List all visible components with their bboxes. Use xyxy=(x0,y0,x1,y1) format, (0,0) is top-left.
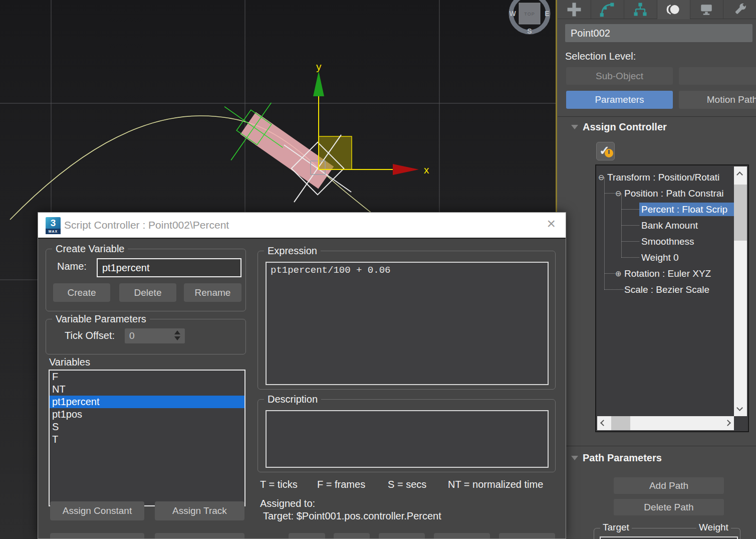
viewcube[interactable]: TOP W E S xyxy=(509,0,549,35)
legend-normalized-time: NT = normalized time xyxy=(448,479,543,490)
tree-item[interactable]: ⊕Rotation : Euler XYZ xyxy=(596,267,734,280)
viewcube-west-label[interactable]: W xyxy=(509,10,516,18)
tree-item-label[interactable]: Scale : Bezier Scale xyxy=(622,283,711,296)
rollout-collapse-icon[interactable] xyxy=(571,125,578,129)
scroll-down-icon[interactable] xyxy=(736,405,743,411)
expand-icon[interactable]: ⊕ xyxy=(615,267,622,280)
close-button[interactable]: Close xyxy=(499,533,555,539)
variable-item-F[interactable]: F xyxy=(50,371,244,383)
path-parameters-rollout-title[interactable]: Path Parameters xyxy=(583,452,662,464)
tree-item[interactable]: Smoothness xyxy=(596,235,734,248)
tick-offset-label: Tick Offset: xyxy=(65,330,115,341)
assign-controller-rollout-title[interactable]: Assign Controller xyxy=(583,121,667,133)
dialog-title: Script Controller : Point002\Percent xyxy=(64,213,229,238)
assign-controller-dialog-button[interactable]: Assign Controller xyxy=(50,533,144,539)
tree-item-label[interactable]: Percent : Float Scrip xyxy=(639,203,734,216)
display-monitor-icon xyxy=(698,1,715,18)
variable-item-T[interactable]: T xyxy=(50,433,244,446)
tab-hierarchy[interactable] xyxy=(624,0,657,19)
tree-item[interactable]: ⊖Transform : Position/Rotati xyxy=(596,170,734,184)
weight-column-label: Weight xyxy=(696,522,731,533)
tree-item-label[interactable]: Transform : Position/Rotati xyxy=(605,170,721,184)
variables-listbox[interactable]: FNTpt1percentpt1posST xyxy=(49,370,245,506)
parameters-tab-button[interactable]: Parameters xyxy=(566,91,673,109)
create-button[interactable]: Create xyxy=(53,283,110,302)
path-target-list[interactable] xyxy=(600,536,738,539)
delete-button[interactable]: Delete xyxy=(119,283,176,302)
add-path-button[interactable]: Add Path xyxy=(614,477,724,494)
close-icon[interactable]: × xyxy=(547,215,556,232)
tab-motion[interactable] xyxy=(657,0,690,19)
command-panel: Point002 Selection Level: Sub-Object Par… xyxy=(558,0,756,539)
script-controller-dialog: 3 MAX Script Controller : Point002\Perce… xyxy=(38,212,566,539)
scroll-right-icon[interactable] xyxy=(724,420,731,426)
expression-textarea[interactable] xyxy=(266,262,549,385)
variable-item-S[interactable]: S xyxy=(50,421,244,433)
gizmo-x-arrowhead[interactable] xyxy=(393,164,419,175)
gizmo-y-arrowhead[interactable] xyxy=(313,71,324,96)
vertical-scroll-thumb[interactable] xyxy=(734,185,747,241)
viewcube-top-label: TOP xyxy=(524,12,535,17)
variable-item-NT[interactable]: NT xyxy=(50,383,244,396)
expression-group-title: Expression xyxy=(264,245,321,257)
rollout-collapse-icon[interactable] xyxy=(571,456,578,460)
tick-offset-value: 0 xyxy=(129,330,135,341)
variables-label: Variables xyxy=(49,356,90,368)
gizmo-xy-plane-handle[interactable] xyxy=(319,136,352,169)
collapse-icon[interactable]: ⊖ xyxy=(598,170,605,184)
create-plus-icon xyxy=(566,1,583,18)
collapse-icon[interactable]: ⊖ xyxy=(615,187,622,200)
assign-constant-button[interactable]: Assign Constant xyxy=(50,501,144,520)
viewcube-south-label[interactable]: S xyxy=(527,27,532,35)
assign-controller-button[interactable]: ✓ xyxy=(596,142,615,160)
tree-item[interactable]: Scale : Bezier Scale xyxy=(596,283,734,296)
tree-item[interactable]: Weight 0 xyxy=(596,251,734,264)
tab-utilities[interactable] xyxy=(723,0,756,19)
tree-item-label[interactable]: Bank Amount xyxy=(639,219,700,232)
variable-item-pt1percent[interactable]: pt1percent xyxy=(50,396,244,408)
tree-item-label[interactable]: Rotation : Euler XYZ xyxy=(622,267,713,280)
load-button[interactable]: Load xyxy=(334,533,370,539)
viewcube-east-label[interactable]: E xyxy=(545,10,549,18)
tree-vertical-scrollbar[interactable] xyxy=(734,166,747,416)
3dsmax-application-window: y x TOP W E S xyxy=(0,0,756,539)
controller-tree[interactable]: ⊖Transform : Position/Rotati⊖Position : … xyxy=(595,164,749,432)
assigned-target-value: Target: $Point001.pos.controller.Percent xyxy=(263,510,441,522)
debug-button[interactable]: Debug xyxy=(379,533,425,539)
motion-path-tab-button[interactable]: Motion Path xyxy=(679,91,756,109)
legend-ticks: T = ticks xyxy=(260,479,298,490)
scroll-up-icon[interactable] xyxy=(736,171,743,178)
sub-object-button[interactable]: Sub-Object xyxy=(566,67,673,85)
spinner-arrows-icon[interactable] xyxy=(174,330,180,340)
tree-item-label[interactable]: Position : Path Constrai xyxy=(622,187,726,200)
dialog-titlebar[interactable]: 3 MAX Script Controller : Point002\Perce… xyxy=(38,213,566,239)
evaluate-button[interactable]: Evaluate xyxy=(434,533,490,539)
scrollbar-corner xyxy=(734,416,747,430)
assign-node-button[interactable]: Assign Node xyxy=(155,533,244,539)
scroll-left-icon[interactable] xyxy=(600,420,607,426)
object-name-field[interactable]: Point002 xyxy=(565,24,752,42)
delete-path-button[interactable]: Delete Path xyxy=(614,499,724,515)
tree-item[interactable]: ⊖Position : Path Constrai xyxy=(596,187,734,200)
tab-modify[interactable] xyxy=(591,0,624,19)
rename-button[interactable]: Rename xyxy=(184,283,241,302)
variable-name-input[interactable] xyxy=(97,258,241,277)
variable-parameters-group-title: Variable Parameters xyxy=(52,313,150,325)
tree-item[interactable]: Bank Amount xyxy=(596,219,734,232)
target-column-label: Target xyxy=(600,522,632,533)
description-textarea[interactable] xyxy=(266,410,549,468)
tick-offset-spinner[interactable]: 0 xyxy=(125,328,185,343)
tab-create[interactable] xyxy=(558,0,591,19)
horizontal-scroll-thumb[interactable] xyxy=(611,416,630,430)
tree-item-label[interactable]: Smoothness xyxy=(639,235,696,248)
assign-track-button[interactable]: Assign Track xyxy=(155,501,244,520)
tree-item[interactable]: Percent : Float Scrip xyxy=(596,203,734,216)
tree-item-label[interactable]: Weight 0 xyxy=(639,251,681,264)
variable-item-pt1pos[interactable]: pt1pos xyxy=(50,408,244,421)
name-label: Name: xyxy=(57,261,87,272)
tab-display[interactable] xyxy=(690,0,723,19)
logo-max-text: MAX xyxy=(46,229,61,234)
sub-object-level-button[interactable] xyxy=(679,67,756,85)
tree-horizontal-scrollbar[interactable] xyxy=(597,416,734,430)
save-button[interactable]: Save xyxy=(289,533,325,539)
